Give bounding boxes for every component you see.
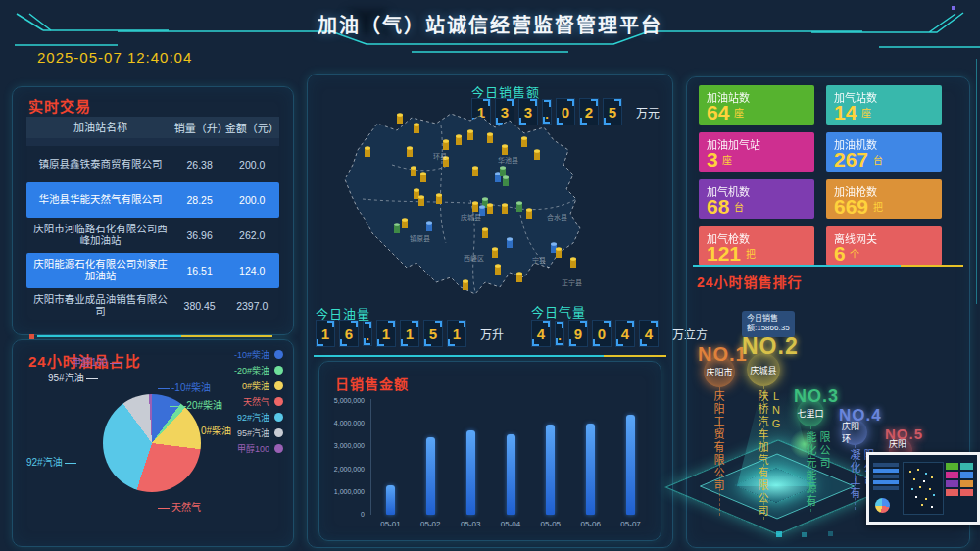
page-title: 加油（气）站诚信经营监督管理平台	[0, 10, 980, 38]
x-tick-label: 05-05	[531, 520, 570, 528]
stat-card-离线网关[interactable]: 离线网关6个	[826, 226, 942, 266]
pip-table-row	[873, 475, 899, 478]
pip-thumbnail[interactable]	[866, 452, 980, 525]
digit-box: 5	[423, 320, 443, 347]
table-row[interactable]: 庆阳能源石化有限公司刘家庄加油站16.51124.0	[26, 253, 279, 288]
legend-item[interactable]: 甲醇100	[234, 442, 283, 455]
sale-amount: 2397.0	[224, 300, 279, 312]
stat-card-加气机数[interactable]: 加气机数68台	[699, 179, 814, 219]
pie-label: 0#柴油	[187, 423, 231, 437]
pip-dot	[917, 469, 919, 471]
rank-circle[interactable]: 七里口	[797, 399, 824, 426]
rank-company: 陕桥汽车加气有限公司LNG	[756, 390, 783, 520]
pip-dot	[931, 476, 933, 478]
map-region-label: 宁县	[532, 255, 546, 265]
stat-card-加油站数[interactable]: 加油站数64座	[699, 85, 814, 125]
digit-box: .	[363, 321, 372, 346]
legend-label: 92#汽油	[237, 411, 270, 424]
deco-square	[828, 531, 833, 536]
legend-item[interactable]: 0#柴油	[234, 379, 283, 392]
bar[interactable]	[626, 415, 635, 515]
map-svg	[323, 106, 666, 307]
legend-dot-icon	[274, 413, 283, 422]
stat-card-unit: 台	[873, 152, 883, 167]
x-tick-label: 05-03	[451, 520, 490, 528]
daily-sales-panel: 日销售金额 01,000,0002,000,0003,000,0004,000,…	[318, 361, 662, 541]
map-region-label: 正宁县	[562, 277, 582, 287]
bar[interactable]	[426, 437, 435, 515]
station-name: 华池县华能天然气有限公司	[26, 194, 174, 206]
stat-card-unit: 台	[734, 199, 744, 214]
pip-table-row	[873, 480, 899, 484]
digit-box: .	[555, 321, 564, 346]
stat-card-加油枪数[interactable]: 加油枪数669把	[826, 179, 942, 219]
table-row[interactable]: 庆阳市春业成品油销售有限公司380.452397.0	[26, 288, 279, 324]
map-region-label: 华池县	[498, 155, 518, 165]
legend-item[interactable]: 天然气	[234, 395, 283, 408]
stat-card-value: 6	[834, 242, 846, 266]
map-region-label: 庆城县	[461, 212, 481, 222]
region-map[interactable]: 环县华池县庆城县镇原县合水县西峰区宁县正宁县	[323, 106, 666, 307]
y-axis	[370, 399, 371, 515]
rank-circle[interactable]: 庆阳市	[704, 356, 735, 387]
right-edge-line	[976, 59, 977, 304]
stat-card-加油加气站[interactable]: 加油加气站3座	[699, 132, 814, 172]
pip-dot	[929, 488, 931, 490]
stat-card-unit: 座	[734, 105, 744, 120]
legend-label: 甲醇100	[237, 442, 270, 455]
legend-item[interactable]: -10#柴油	[234, 348, 283, 361]
pip-dot	[909, 471, 911, 473]
map-region-label: 西峰区	[464, 253, 484, 263]
legend-item[interactable]: 92#汽油	[234, 411, 283, 424]
legend-label: 0#柴油	[242, 379, 270, 392]
oil-share-panel: 24小时油品占比 -10#柴油-20#柴油0#柴油天然气92#汽油95#汽油甲醇…	[12, 339, 294, 547]
legend-dot-icon	[274, 428, 283, 437]
bar[interactable]	[466, 430, 475, 515]
bar[interactable]	[386, 485, 395, 515]
digit-box: 1	[447, 320, 466, 347]
legend-item[interactable]: 95#汽油	[234, 426, 283, 439]
rank-circle[interactable]: 庆阳环	[842, 420, 867, 445]
stat-card-unit: 个	[850, 246, 859, 261]
legend-dot-icon	[274, 444, 283, 453]
stat-card-加气枪数[interactable]: 加气枪数121把	[699, 226, 814, 266]
station-name: 庆阳市河临路石化有限公司西峰加油站	[26, 224, 174, 246]
stat-card-unit: 把	[746, 246, 756, 261]
table-row[interactable]: 华池县华能天然气有限公司28.25200.0	[26, 182, 279, 218]
map-region-label: 镇原县	[410, 233, 430, 243]
pip-dot	[925, 498, 927, 500]
divider-right-accent	[901, 265, 963, 267]
pip-card	[946, 480, 958, 487]
bar[interactable]	[546, 425, 555, 515]
y-tick-label: 1,000,000	[321, 488, 365, 495]
legend-dot-icon	[274, 397, 283, 406]
y-tick-label: 0	[321, 511, 365, 518]
x-tick-label: 05-04	[491, 520, 530, 528]
sale-amount: 124.0	[224, 265, 279, 276]
y-tick-label: 5,000,000	[321, 397, 365, 404]
legend-item[interactable]: -20#柴油	[234, 364, 283, 376]
stat-card-加气站数[interactable]: 加气站数14座	[826, 85, 942, 125]
stat-card-unit: 座	[861, 105, 871, 120]
stat-card-value: 669	[834, 195, 868, 219]
sale-volume: 380.45	[174, 300, 225, 312]
table-row[interactable]: 庆阳市河临路石化有限公司西峰加油站36.96262.0	[26, 218, 279, 253]
table-row[interactable]: 镇原县鑫铁泰商贸有限公司26.38200.0	[26, 147, 279, 182]
sale-amount: 200.0	[224, 159, 279, 171]
pip-card	[960, 489, 973, 496]
pie-label: 95#汽油	[48, 370, 98, 384]
rank-circle[interactable]: 庆城县	[747, 353, 780, 386]
y-tick-label: 3,000,000	[321, 442, 365, 449]
station-name: 庆阳能源石化有限公司刘家庄加油站	[26, 259, 174, 281]
bar[interactable]	[586, 424, 595, 515]
stat-card-加油机数[interactable]: 加油机数267台	[826, 132, 942, 172]
pie-label: -20#柴油	[170, 397, 222, 412]
stat-card-value: 3	[707, 148, 718, 172]
pie-legend: -10#柴油-20#柴油0#柴油天然气92#汽油95#汽油甲醇100	[234, 348, 283, 455]
sale-volume: 16.51	[174, 265, 225, 276]
sale-volume: 28.25	[174, 194, 225, 206]
pip-dot	[915, 496, 917, 498]
sale-volume: 36.96	[174, 229, 225, 241]
x-tick-label: 05-07	[612, 520, 651, 528]
bar[interactable]	[507, 434, 515, 515]
